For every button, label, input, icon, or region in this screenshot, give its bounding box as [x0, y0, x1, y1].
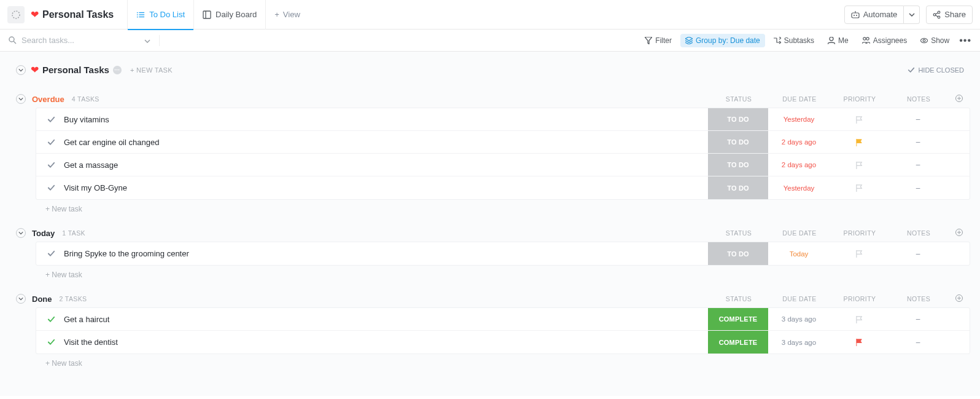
priority-cell[interactable] — [830, 331, 889, 354]
group-name[interactable]: Done — [32, 294, 52, 304]
add-column-button[interactable] — [948, 229, 970, 238]
task-main: Get a massage — [36, 154, 708, 176]
list-icon — [136, 10, 145, 19]
due-cell[interactable]: Yesterday — [768, 176, 830, 199]
add-column-button[interactable] — [948, 95, 970, 104]
collapse-toggle[interactable] — [16, 294, 26, 304]
tab-todo-list[interactable]: To Do List — [127, 0, 193, 30]
due-cell[interactable]: Today — [768, 242, 830, 265]
share-button[interactable]: Share — [926, 6, 973, 24]
priority-cell[interactable] — [830, 108, 889, 130]
status-cell[interactable]: TO DO — [708, 242, 768, 265]
info-icon[interactable]: ⋯ — [113, 66, 122, 74]
due-cell[interactable]: 3 days ago — [768, 308, 830, 330]
dash: – — [916, 138, 920, 146]
group-header: Overdue 4 TASKS STATUS DUE DATE PRIORITY… — [16, 94, 970, 104]
flag-icon — [855, 138, 863, 146]
task-name[interactable]: Bring Spyke to the grooming center — [64, 249, 189, 258]
group-by-button[interactable]: Group by: Due date — [680, 34, 765, 47]
show-button[interactable]: Show — [916, 34, 954, 47]
task-name[interactable]: Get a haircut — [64, 315, 109, 324]
notes-cell[interactable]: – — [889, 131, 947, 153]
check-icon[interactable] — [47, 138, 55, 146]
automate-button[interactable]: Automate — [844, 6, 904, 24]
check-icon[interactable] — [47, 250, 55, 258]
collapse-toggle[interactable] — [16, 94, 26, 104]
check-icon[interactable] — [47, 161, 55, 169]
due-cell[interactable]: 2 days ago — [768, 131, 830, 153]
task-name[interactable]: Visit the dentist — [64, 338, 118, 347]
notes-cell[interactable]: – — [889, 176, 947, 199]
list-section-header: ❤ Personal Tasks ⋯ + NEW TASK HIDE CLOSE… — [10, 59, 970, 81]
new-task-button[interactable]: + NEW TASK — [130, 66, 173, 74]
automate-dropdown[interactable] — [904, 6, 920, 24]
notes-cell[interactable]: – — [889, 308, 947, 330]
status-cell[interactable]: COMPLETE — [708, 308, 768, 330]
check-icon[interactable] — [47, 116, 55, 124]
dash: – — [916, 184, 920, 192]
new-task-row[interactable]: + New task — [16, 200, 970, 215]
subtasks-button[interactable]: Subtasks — [769, 34, 819, 47]
task-row[interactable]: Get a haircut COMPLETE 3 days ago – — [36, 308, 970, 331]
list-section-title: Personal Tasks — [42, 65, 109, 75]
col-status: STATUS — [709, 295, 769, 302]
hide-closed-toggle[interactable]: HIDE CLOSED — [908, 66, 964, 74]
status-cell[interactable]: TO DO — [708, 108, 768, 130]
search-dropdown[interactable] — [144, 36, 150, 45]
tab-daily-board[interactable]: Daily Board — [193, 0, 265, 30]
status-cell[interactable]: COMPLETE — [708, 331, 768, 354]
dash: – — [916, 338, 920, 347]
task-row[interactable]: Get a massage TO DO 2 days ago – — [36, 154, 970, 176]
group-name[interactable]: Today — [32, 229, 55, 238]
task-row[interactable]: Visit my OB-Gyne TO DO Yesterday – — [36, 176, 970, 199]
list-settings-button[interactable] — [7, 6, 25, 23]
priority-cell[interactable] — [830, 308, 889, 330]
filter-icon — [645, 37, 652, 44]
due-cell[interactable]: 2 days ago — [768, 154, 830, 176]
filter-bar: Filter Group by: Due date Subtasks Me As… — [0, 30, 980, 52]
priority-cell[interactable] — [830, 176, 889, 199]
assignees-button[interactable]: Assignees — [857, 34, 912, 47]
task-name[interactable]: Buy vitamins — [64, 115, 109, 124]
add-column-button[interactable] — [948, 294, 970, 304]
task-name[interactable]: Get a massage — [64, 160, 118, 170]
collapse-toggle[interactable] — [16, 228, 26, 238]
priority-cell[interactable] — [830, 242, 889, 265]
due-cell[interactable]: Yesterday — [768, 108, 830, 130]
top-header: ❤ Personal Tasks To Do List Daily Board … — [0, 0, 980, 30]
flag-icon — [855, 315, 863, 323]
priority-cell[interactable] — [830, 154, 889, 176]
new-task-row[interactable]: + New task — [16, 266, 970, 280]
notes-cell[interactable]: – — [889, 242, 947, 265]
group-name[interactable]: Overdue — [32, 95, 64, 104]
check-icon[interactable] — [47, 315, 55, 323]
task-name[interactable]: Visit my OB-Gyne — [64, 183, 127, 192]
check-icon[interactable] — [47, 338, 55, 346]
me-button[interactable]: Me — [823, 34, 854, 47]
chevron-down-icon — [909, 13, 915, 17]
filter-button[interactable]: Filter — [640, 34, 677, 47]
collapse-toggle[interactable] — [16, 65, 26, 75]
show-label: Show — [931, 36, 949, 45]
search-input[interactable] — [21, 36, 120, 45]
due-cell[interactable]: 3 days ago — [768, 331, 830, 354]
status-cell[interactable]: TO DO — [708, 176, 768, 199]
divider — [159, 35, 160, 46]
more-menu[interactable]: ••• — [954, 35, 971, 46]
notes-cell[interactable]: – — [889, 331, 947, 354]
task-group: Today 1 TASK STATUS DUE DATE PRIORITY NO… — [10, 228, 970, 280]
search-box[interactable] — [9, 36, 120, 45]
status-cell[interactable]: TO DO — [708, 154, 768, 176]
task-row[interactable]: Visit the dentist COMPLETE 3 days ago – — [36, 331, 970, 354]
check-icon[interactable] — [47, 184, 55, 192]
task-name[interactable]: Get car engine oil changed — [64, 138, 159, 147]
task-row[interactable]: Get car engine oil changed TO DO 2 days … — [36, 131, 970, 154]
notes-cell[interactable]: – — [889, 108, 947, 130]
add-view-button[interactable]: + View — [265, 0, 309, 30]
new-task-row[interactable]: + New task — [16, 354, 970, 369]
status-cell[interactable]: TO DO — [708, 131, 768, 153]
priority-cell[interactable] — [830, 131, 889, 153]
notes-cell[interactable]: – — [889, 154, 947, 176]
task-row[interactable]: Buy vitamins TO DO Yesterday – — [36, 108, 970, 131]
task-row[interactable]: Bring Spyke to the grooming center TO DO… — [36, 242, 970, 265]
